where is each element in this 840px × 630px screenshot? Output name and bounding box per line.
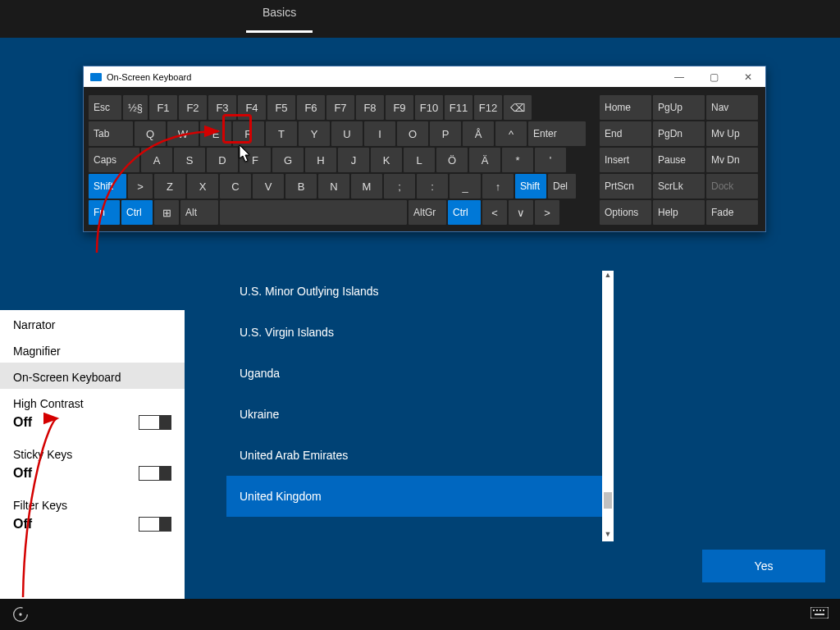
- country-u-s-minor-outlying-islands[interactable]: U.S. Minor Outlying Islands: [226, 271, 602, 312]
- key-f12[interactable]: F12: [474, 95, 502, 120]
- navkey-mvdn[interactable]: Mv Dn: [706, 148, 758, 172]
- navkey-fade[interactable]: Fade: [706, 200, 758, 225]
- key-e[interactable]: E: [200, 121, 231, 146]
- key-x[interactable]: X: [187, 174, 218, 199]
- key-f11[interactable]: F11: [445, 95, 472, 120]
- key-ctrl[interactable]: Ctrl: [448, 200, 481, 225]
- toggle-switch[interactable]: [139, 415, 171, 430]
- country-list[interactable]: U.S. Minor Outlying IslandsU.S. Virgin I…: [226, 271, 602, 541]
- key-f5[interactable]: F5: [267, 95, 295, 120]
- key-f3[interactable]: F3: [208, 95, 236, 120]
- toggle-switch[interactable]: [139, 517, 171, 532]
- scroll-up-icon[interactable]: ▲: [602, 271, 614, 282]
- key-shift[interactable]: Shift: [515, 174, 546, 199]
- navkey-insert[interactable]: Insert: [600, 148, 651, 172]
- key-f1[interactable]: F1: [149, 95, 177, 120]
- key-alt[interactable]: Alt: [180, 200, 218, 225]
- key-del[interactable]: Del: [548, 174, 576, 199]
- key-z[interactable]: Z: [154, 174, 185, 199]
- key-a[interactable]: A: [141, 148, 172, 172]
- country-u-s-virgin-islands[interactable]: U.S. Virgin Islands: [226, 312, 602, 353]
- key-f9[interactable]: F9: [386, 95, 413, 120]
- navkey-pgup[interactable]: PgUp: [653, 95, 705, 120]
- key-[interactable]: >: [128, 174, 153, 199]
- scrollbar[interactable]: ▲ ▼: [602, 271, 614, 541]
- key-c[interactable]: C: [220, 174, 251, 199]
- ease-item-filter-keys[interactable]: Filter Keys: [0, 491, 185, 517]
- yes-button[interactable]: Yes: [702, 550, 825, 582]
- country-united-arab-emirates[interactable]: United Arab Emirates: [226, 435, 602, 476]
- key-v[interactable]: V: [253, 174, 284, 199]
- navkey-options[interactable]: Options: [600, 200, 651, 225]
- key-ctrl[interactable]: Ctrl: [121, 200, 153, 225]
- key-h[interactable]: H: [305, 148, 336, 172]
- country-uganda[interactable]: Uganda: [226, 353, 602, 394]
- key-[interactable]: :: [417, 174, 448, 199]
- osk-titlebar[interactable]: On-Screen Keyboard — ▢ ✕: [84, 66, 765, 87]
- key-j[interactable]: J: [338, 148, 369, 172]
- key-enter[interactable]: Enter: [528, 121, 586, 146]
- navkey-nav[interactable]: Nav: [706, 95, 758, 120]
- key-[interactable]: >: [535, 200, 559, 225]
- scroll-thumb[interactable]: [604, 492, 612, 509]
- navkey-pgdn[interactable]: PgDn: [653, 121, 705, 146]
- key-[interactable]: ;: [384, 174, 415, 199]
- ease-item-on-screen-keyboard[interactable]: On-Screen Keyboard: [0, 363, 185, 389]
- navkey-dock[interactable]: Dock: [706, 174, 758, 199]
- key-[interactable]: ': [535, 148, 566, 172]
- close-button[interactable]: ✕: [731, 71, 765, 83]
- toggle-switch[interactable]: [139, 466, 171, 481]
- key-[interactable]: Å: [463, 121, 494, 146]
- key-[interactable]: _: [450, 174, 481, 199]
- key-[interactable]: <: [482, 200, 507, 225]
- key-f8[interactable]: F8: [356, 95, 384, 120]
- key-shift[interactable]: Shift: [89, 174, 126, 199]
- key-m[interactable]: M: [351, 174, 382, 199]
- country-united-kingdom[interactable]: United Kingdom: [226, 476, 602, 517]
- key-t[interactable]: T: [266, 121, 297, 146]
- ease-of-access-button[interactable]: [5, 602, 36, 627]
- key-tab[interactable]: Tab: [89, 121, 133, 146]
- key-space[interactable]: [220, 200, 407, 225]
- key-p[interactable]: P: [430, 121, 461, 146]
- key-[interactable]: *: [502, 148, 533, 172]
- key-f4[interactable]: F4: [238, 95, 266, 120]
- key-[interactable]: Ä: [469, 148, 500, 172]
- key-l[interactable]: L: [404, 148, 435, 172]
- key-w[interactable]: W: [167, 121, 199, 146]
- ease-item-narrator[interactable]: Narrator: [0, 310, 185, 336]
- key-esc[interactable]: Esc: [89, 95, 121, 120]
- navkey-mvup[interactable]: Mv Up: [706, 121, 758, 146]
- key-r[interactable]: R: [233, 121, 264, 146]
- key-caps[interactable]: Caps: [89, 148, 139, 172]
- key-[interactable]: ↑: [482, 174, 514, 199]
- key-k[interactable]: K: [371, 148, 402, 172]
- key-f7[interactable]: F7: [326, 95, 354, 120]
- navkey-prtscn[interactable]: PrtScn: [600, 174, 651, 199]
- key-f6[interactable]: F6: [297, 95, 325, 120]
- key-s[interactable]: S: [174, 148, 205, 172]
- key-fn[interactable]: Fn: [89, 200, 120, 225]
- key-[interactable]: ^: [495, 121, 527, 146]
- navkey-home[interactable]: Home: [600, 95, 651, 120]
- key-[interactable]: ∨: [509, 200, 533, 225]
- key-u[interactable]: U: [331, 121, 363, 146]
- key-f2[interactable]: F2: [179, 95, 207, 120]
- navkey-scrlk[interactable]: ScrLk: [653, 174, 705, 199]
- key-f10[interactable]: F10: [415, 95, 443, 120]
- key-d[interactable]: D: [207, 148, 238, 172]
- key-[interactable]: Ö: [436, 148, 468, 172]
- tab-basics[interactable]: Basics: [246, 6, 313, 33]
- navkey-help[interactable]: Help: [653, 200, 705, 225]
- ease-item-sticky-keys[interactable]: Sticky Keys: [0, 440, 185, 466]
- key-[interactable]: ½§: [123, 95, 148, 120]
- maximize-button[interactable]: ▢: [696, 71, 731, 83]
- key-q[interactable]: Q: [135, 121, 166, 146]
- key-[interactable]: ⌫: [504, 95, 532, 120]
- ease-item-magnifier[interactable]: Magnifier: [0, 336, 185, 363]
- navkey-pause[interactable]: Pause: [653, 148, 705, 172]
- key-f[interactable]: F: [240, 148, 271, 172]
- keyboard-tray-icon[interactable]: [810, 607, 829, 622]
- navkey-end[interactable]: End: [600, 121, 651, 146]
- ease-item-high-contrast[interactable]: High Contrast: [0, 389, 185, 415]
